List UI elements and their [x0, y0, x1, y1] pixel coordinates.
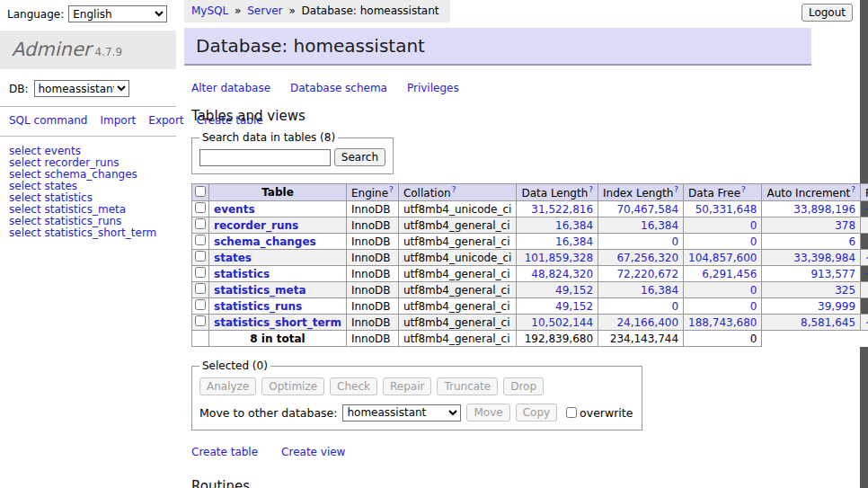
table-name-link[interactable]: statistics_meta	[214, 284, 306, 297]
breadcrumb-server-link[interactable]: Server	[247, 4, 282, 17]
auto-increment-link[interactable]: 39,999	[818, 300, 855, 313]
create-table-link[interactable]: Create table	[191, 446, 258, 458]
index-length-link[interactable]: 24,166,400	[616, 316, 678, 329]
drop-button[interactable]: Drop	[503, 377, 544, 395]
index-length-link[interactable]: 72,220,672	[616, 268, 678, 280]
data-length-link[interactable]: 10,502,144	[531, 316, 593, 329]
alter-database-link[interactable]: Alter database	[191, 82, 270, 94]
move-button[interactable]: Move	[466, 404, 509, 421]
table-name-link[interactable]: statistics_short_term	[214, 316, 341, 329]
privileges-link[interactable]: Privileges	[407, 82, 459, 94]
breadcrumb-mysql-link[interactable]: MySQL	[191, 4, 228, 17]
truncate-button[interactable]: Truncate	[437, 377, 498, 395]
data-length-link[interactable]: 49,152	[555, 300, 593, 313]
data-free-link[interactable]: 0	[750, 219, 757, 232]
cell-auto-increment[interactable]: 6	[762, 234, 861, 250]
cell-data-free[interactable]: 50,331,648	[684, 201, 762, 217]
cell-data-length[interactable]: 101,859,328	[517, 250, 598, 266]
index-length-link[interactable]: 67,256,320	[616, 252, 678, 264]
data-free-link[interactable]: 0	[750, 235, 757, 248]
row-checkbox[interactable]	[195, 299, 206, 310]
repair-button[interactable]: Repair	[383, 377, 431, 395]
help-link[interactable]: ?	[851, 185, 855, 194]
adminer-logo-link[interactable]: Adminer	[12, 39, 91, 60]
cell-auto-increment[interactable]: 8,581,645	[762, 315, 861, 331]
data-free-link[interactable]: 6,291,456	[702, 268, 757, 280]
copy-button[interactable]: Copy	[516, 404, 557, 421]
cell-data-length[interactable]: 49,152	[517, 298, 598, 315]
data-length-link[interactable]: 49,152	[555, 284, 593, 297]
sidebar-link-sql-command[interactable]: SQL command	[9, 114, 87, 127]
auto-increment-link[interactable]: 33,398,984	[793, 252, 855, 264]
database-schema-link[interactable]: Database schema	[290, 82, 387, 94]
cell-rows[interactable]: ~ 136,108	[861, 315, 868, 331]
table-name-link[interactable]: statistics	[214, 268, 270, 280]
cell-rows[interactable]: ~ 244	[861, 282, 868, 298]
cell-index-length[interactable]: 24,166,400	[598, 315, 684, 331]
cell-data-length[interactable]: 48,824,320	[517, 266, 598, 282]
cell-data-free[interactable]: 6,291,456	[684, 266, 762, 282]
help-link[interactable]: ?	[741, 185, 746, 194]
select-all-checkbox[interactable]	[195, 186, 206, 197]
row-checkbox[interactable]	[195, 267, 206, 278]
move-database-select[interactable]: homeassistant	[342, 404, 461, 421]
optimize-button[interactable]: Optimize	[261, 377, 324, 395]
data-length-link[interactable]: 101,859,328	[525, 252, 593, 264]
db-select[interactable]: homeassistant	[34, 80, 129, 97]
table-name-link[interactable]: recorder_runs	[214, 219, 298, 232]
help-link[interactable]: ?	[589, 185, 593, 194]
table-name-link[interactable]: statistics_runs	[214, 300, 302, 313]
data-free-link[interactable]: 0	[750, 300, 757, 313]
logout-button[interactable]: Logout	[802, 4, 853, 22]
index-length-link[interactable]: 16,384	[641, 284, 678, 297]
cell-rows[interactable]: ~ 569,159	[861, 266, 868, 282]
cell-rows[interactable]: ~ 5	[861, 217, 868, 234]
cell-rows[interactable]: ~ 312,180	[861, 201, 868, 217]
help-link[interactable]: ?	[674, 185, 678, 194]
cell-data-free[interactable]: 188,743,680	[684, 315, 762, 331]
cell-auto-increment[interactable]: 913,577	[762, 266, 861, 282]
cell-data-length[interactable]: 49,152	[517, 282, 598, 298]
language-select[interactable]: English	[68, 5, 167, 22]
cell-data-free[interactable]: 0	[684, 217, 762, 234]
row-checkbox[interactable]	[195, 235, 206, 245]
sidebar-link-export[interactable]: Export	[148, 114, 183, 127]
table-name-link[interactable]: states	[214, 252, 252, 264]
row-checkbox[interactable]	[195, 251, 206, 262]
index-length-link[interactable]: 0	[671, 300, 678, 313]
cell-index-length[interactable]: 67,256,320	[598, 250, 684, 266]
cell-auto-increment[interactable]: 378	[762, 217, 861, 234]
cell-rows[interactable]: ~ 299,833	[861, 250, 868, 266]
sidebar-link-import[interactable]: Import	[100, 114, 136, 127]
cell-data-length[interactable]: 16,384	[517, 217, 598, 234]
data-length-link[interactable]: 48,824,320	[531, 268, 593, 280]
auto-increment-link[interactable]: 325	[835, 284, 855, 297]
data-length-link[interactable]: 16,384	[555, 219, 593, 232]
cell-rows[interactable]: ~ 628	[861, 298, 868, 315]
row-checkbox[interactable]	[195, 202, 206, 213]
index-length-link[interactable]: 70,467,584	[616, 203, 678, 216]
help-link[interactable]: ?	[389, 185, 394, 194]
index-length-link[interactable]: 16,384	[641, 219, 678, 232]
cell-index-length[interactable]: 16,384	[598, 217, 684, 234]
row-checkbox[interactable]	[195, 315, 206, 326]
auto-increment-link[interactable]: 8,581,645	[801, 316, 855, 329]
cell-data-free[interactable]: 104,857,600	[684, 250, 762, 266]
cell-data-length[interactable]: 31,522,816	[517, 201, 598, 217]
cell-auto-increment[interactable]: 39,999	[762, 298, 861, 315]
search-input[interactable]	[199, 149, 331, 166]
cell-data-free[interactable]: 0	[684, 298, 762, 315]
sidebar-select-link[interactable]: select statistics_short_term	[9, 227, 169, 239]
cell-auto-increment[interactable]: 325	[762, 282, 861, 298]
auto-increment-link[interactable]: 378	[835, 219, 855, 232]
row-checkbox[interactable]	[195, 218, 206, 229]
auto-increment-link[interactable]: 913,577	[810, 268, 855, 280]
table-name-link[interactable]: schema_changes	[214, 235, 316, 248]
cell-data-length[interactable]: 10,502,144	[517, 315, 598, 331]
cell-auto-increment[interactable]: 33,898,196	[762, 201, 861, 217]
auto-increment-link[interactable]: 6	[848, 235, 855, 248]
help-link[interactable]: ?	[452, 185, 456, 194]
index-length-link[interactable]: 0	[671, 235, 678, 248]
data-free-link[interactable]: 104,857,600	[688, 252, 757, 264]
overwrite-checkbox[interactable]	[566, 407, 577, 418]
